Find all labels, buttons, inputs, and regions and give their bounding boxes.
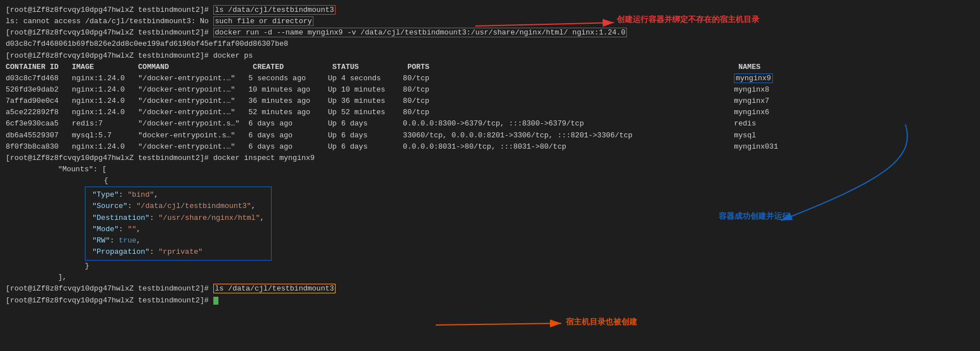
json-key-dest: "Destination" [92,214,149,222]
ls-cmd-bottom: ls /data/cjl/testbindmount3 [213,284,336,293]
no-such-highlight: such file or directory [213,16,314,26]
json-key-source: "Source" [92,202,127,210]
docker-run-cmd: docker run -d --name mynginx9 -v /data/c… [213,28,627,37]
json-key-mode: "Mode" [92,225,119,233]
table-row-redis: 6cf3e930caa5 redis:7 "/docker-entrypoint… [6,118,974,129]
json-propagation: "Propagation": "rprivate" [92,246,264,258]
table-row-mysql: db6a45529307 mysql:5.7 "docker-entrypoin… [6,130,974,141]
line-bottom-ls: [root@iZf8z8fcvqy10dpg47hwlxZ testbindmo… [6,283,974,294]
terminal: [root@iZf8z8fcvqy10dpg47hwlxZ testbindmo… [0,0,980,311]
json-destination: "Destination": "/usr/share/nginx/html", [92,213,264,224]
table-header: CONTAINER ID IMAGE COMMAND CREATED STATU… [6,62,974,73]
table-row-mynginx6: a5ce222892f8 nginx:1.24.0 "/docker-entry… [6,107,974,118]
json-val-source: "/data/cjl/testbindmount3" [136,202,251,210]
annotation-red: 创建运行容器并绑定不存在的宿主机目录 [617,15,759,25]
orange-label-text: 宿主机目录也被创建 [566,317,637,326]
blue-label-text: 容器成功创建并运行 [719,211,790,220]
cursor [213,297,218,305]
annotation-blue: 容器成功创建并运行 [719,211,790,222]
line-5-dockerps: [root@iZf8z8fcvqy10dpg47hwlxZ testbindmo… [6,50,974,62]
prompt-bottom-ls: [root@iZf8z8fcvqy10dpg47hwlxZ testbindmo… [6,284,213,293]
line-3-docker: [root@iZf8z8fcvqy10dpg47hwlxZ testbindmo… [6,27,974,38]
json-val-mode: "" [127,225,136,233]
json-val-propagation: "rprivate" [158,248,203,256]
json-key-type: "Type" [92,190,119,199]
json-val-dest: "/usr/share/nginx/html" [158,214,260,222]
table-row-mynginx7: 7affad90e0c4 nginx:1.24.0 "/docker-entry… [6,96,974,107]
mynginx9-name: mynginx9 [734,73,772,83]
json-source: "Source": "/data/cjl/testbindmount3", [92,201,264,212]
json-mode: "Mode": "", [92,224,264,235]
json-key-rw: "RW" [92,236,110,245]
mounts-brace-open: { [51,175,974,187]
json-val-rw: true [119,236,136,245]
svg-line-4 [436,323,561,325]
table-row-mynginx9: d03c8c7fd468 nginx:1.24.0 "/docker-entry… [6,73,974,84]
prompt-3: [root@iZf8z8fcvqy10dpg47hwlxZ testbindmo… [6,28,213,37]
ls-cmd-1: ls /data/cjl/testbindmount3 [213,5,336,15]
line-2-error: ls: cannot access /data/cjl/testbindmoun… [6,16,974,27]
mounts-open: "Mounts": [ [23,164,974,175]
red-label-text: 创建运行容器并绑定不存在的宿主机目录 [617,15,759,24]
prompt-1: [root@iZf8z8fcvqy10dpg47hwlxZ testbindmo… [6,6,213,14]
table-row-mynginx031: 8f0f3b8ca830 nginx:1.24.0 "/docker-entry… [6,141,974,153]
json-key-propagation: "Propagation" [92,248,149,256]
json-type: "Type": "bind", [92,189,264,201]
mounts-bracket-close: ], [23,272,974,283]
json-mount-block: "Type": "bind", "Source": "/data/cjl/tes… [85,187,272,261]
final-prompt-text: [root@iZf8z8fcvqy10dpg47hwlxZ testbindmo… [6,296,213,305]
error-prefix: ls: cannot access /data/cjl/testbindmoun… [6,17,213,25]
line-final-prompt: [root@iZf8z8fcvqy10dpg47hwlxZ testbindmo… [6,295,974,306]
json-val-type: "bind" [127,190,154,199]
table-row-mynginx8: 526fd3e9dab2 nginx:1.24.0 "/docker-entry… [6,84,974,96]
line-inspect: [root@iZf8z8fcvqy10dpg47hwlxZ testbindmo… [6,153,974,164]
line-4-hash: d03c8c7fd468061b69fb826e2dd8c0ee199afd61… [6,38,974,50]
mounts-brace-close: } [85,261,974,272]
line-1: [root@iZf8z8fcvqy10dpg47hwlxZ testbindmo… [6,5,974,16]
mounts-section: "Mounts": [ { "Type": "bind", "Source": … [23,164,974,283]
json-rw: "RW": true, [92,235,264,246]
annotation-orange: 宿主机目录也被创建 [566,317,637,327]
